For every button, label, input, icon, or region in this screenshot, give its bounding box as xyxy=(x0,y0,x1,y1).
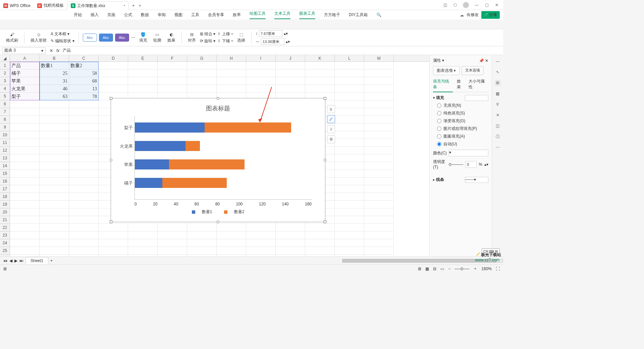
cell[interactable] xyxy=(128,239,158,247)
cell[interactable] xyxy=(40,185,69,193)
name-box[interactable]: 图表 3▾ xyxy=(2,47,46,54)
row-header[interactable]: 10 xyxy=(0,131,10,139)
cell[interactable] xyxy=(40,147,69,154)
fill-preset[interactable] xyxy=(465,95,488,101)
menu-page[interactable]: 页面 xyxy=(107,12,115,18)
bring-forward[interactable]: ⬆ 上移 ▾ xyxy=(217,31,233,37)
cell[interactable]: 橘子 xyxy=(10,69,40,77)
cell[interactable] xyxy=(69,139,99,147)
cell[interactable] xyxy=(40,170,69,178)
select-all[interactable]: ◢ xyxy=(0,55,10,61)
stepper-icon[interactable]: ▴▾ xyxy=(484,162,488,167)
row-header[interactable]: 24 xyxy=(0,239,10,247)
cell[interactable] xyxy=(40,216,69,224)
row-header[interactable]: 21 xyxy=(0,216,10,224)
next-sheet-icon[interactable]: ▶ xyxy=(14,258,17,263)
cell[interactable] xyxy=(69,178,99,185)
menu-review[interactable]: 审阅 xyxy=(158,12,166,18)
grid[interactable]: 1产品数量1数量2 2橘子2558 3苹果3168 4火龙果4613 5梨子63… xyxy=(0,62,429,268)
cell[interactable] xyxy=(246,232,276,239)
prev-sheet-icon[interactable]: ◀ xyxy=(9,258,12,263)
cell[interactable] xyxy=(10,208,40,216)
cell[interactable]: 46 xyxy=(40,85,69,93)
radio-gradient-fill[interactable]: 渐变填充(G) xyxy=(437,118,488,124)
cell[interactable] xyxy=(335,147,364,154)
tab-chart-options[interactable]: 图表选项 ▾ xyxy=(433,66,460,75)
cell[interactable] xyxy=(69,224,99,232)
col-K[interactable]: K xyxy=(305,55,335,61)
col-M[interactable]: M xyxy=(364,55,394,61)
cell[interactable] xyxy=(10,100,40,108)
cell[interactable] xyxy=(10,139,40,147)
cell[interactable] xyxy=(217,247,246,255)
cube-icon[interactable]: ⬡ xyxy=(453,3,458,7)
row-header[interactable]: 3 xyxy=(0,77,10,85)
resize-handle[interactable] xyxy=(110,159,112,161)
formula-input[interactable]: 产品 xyxy=(63,48,71,53)
cell[interactable] xyxy=(128,224,158,232)
cell[interactable] xyxy=(335,162,364,170)
edit-shape-button[interactable]: ✎ 编辑形状 ▾ xyxy=(51,38,74,44)
cell[interactable] xyxy=(40,247,69,255)
cell[interactable] xyxy=(335,139,364,147)
fill-button[interactable]: 🪣填充 xyxy=(137,32,149,43)
menu-insert[interactable]: 插入 xyxy=(91,12,99,18)
outline-button[interactable]: ▭轮廓 xyxy=(151,32,163,43)
tool-icon[interactable]: ⓘ xyxy=(495,134,501,140)
menu-data[interactable]: 数据 xyxy=(141,12,149,18)
spreadsheet[interactable]: ◢ A B C D E F G H I J K L M 1产品数量1数量2 2橘… xyxy=(0,55,429,268)
cell[interactable] xyxy=(69,201,99,208)
cell[interactable] xyxy=(10,239,40,247)
menu-start[interactable]: 开始 xyxy=(74,12,82,18)
cell[interactable] xyxy=(40,116,69,123)
cell[interactable] xyxy=(335,185,364,193)
cell[interactable] xyxy=(40,154,69,162)
row-header[interactable]: 25 xyxy=(0,247,10,255)
cell[interactable] xyxy=(10,162,40,170)
cell[interactable] xyxy=(364,216,394,224)
collapse-icon[interactable]: — xyxy=(495,58,501,64)
cell[interactable]: 31 xyxy=(40,77,69,85)
cell[interactable]: 火龙果 xyxy=(10,85,40,93)
cell[interactable] xyxy=(10,147,40,154)
width-input[interactable] xyxy=(261,38,284,45)
chart-style-icon[interactable]: 🖉 xyxy=(327,115,335,123)
insert-shape[interactable]: ◇插入形状 xyxy=(29,32,49,43)
opacity-input[interactable] xyxy=(465,161,477,168)
cell[interactable] xyxy=(364,178,394,185)
cell[interactable] xyxy=(335,108,364,116)
add-sheet-icon[interactable]: + xyxy=(50,258,53,263)
cell[interactable] xyxy=(187,247,217,255)
row-header[interactable]: 23 xyxy=(0,232,10,239)
menu-drawtools[interactable]: 绘图工具 xyxy=(250,11,266,19)
cell[interactable] xyxy=(10,170,40,178)
subtab-effect[interactable]: 效果 xyxy=(457,79,465,90)
resize-handle[interactable] xyxy=(324,220,326,223)
cell[interactable] xyxy=(364,123,394,131)
group-button[interactable]: ⊞ 组合 ▾ xyxy=(200,31,216,37)
chevron-down-icon[interactable]: ▾ xyxy=(41,48,43,53)
cell[interactable] xyxy=(335,201,364,208)
menu-texttools[interactable]: 文本工具 xyxy=(274,11,290,19)
minimize-button[interactable]: — xyxy=(474,3,479,7)
cell[interactable] xyxy=(364,208,394,216)
cell[interactable]: 数量1 xyxy=(40,62,69,69)
cell[interactable] xyxy=(69,185,99,193)
cell[interactable] xyxy=(158,247,187,255)
cell[interactable] xyxy=(335,178,364,185)
row-header[interactable]: 20 xyxy=(0,208,10,216)
cell[interactable] xyxy=(40,123,69,131)
cell[interactable] xyxy=(69,162,99,170)
cell[interactable] xyxy=(335,216,364,224)
cell[interactable] xyxy=(364,154,394,162)
avatar-icon[interactable] xyxy=(463,2,469,8)
tab-text-options[interactable]: 文本选项 xyxy=(462,66,484,75)
col-A[interactable]: A xyxy=(10,55,40,61)
cell[interactable] xyxy=(276,224,305,232)
align-button[interactable]: ⊟对齐 xyxy=(186,32,198,43)
cell[interactable] xyxy=(335,100,364,108)
cell[interactable]: 58 xyxy=(69,69,99,77)
cursor-icon[interactable]: ↖ xyxy=(495,69,501,75)
cell[interactable] xyxy=(335,123,364,131)
first-sheet-icon[interactable]: ⏮ xyxy=(3,258,7,263)
